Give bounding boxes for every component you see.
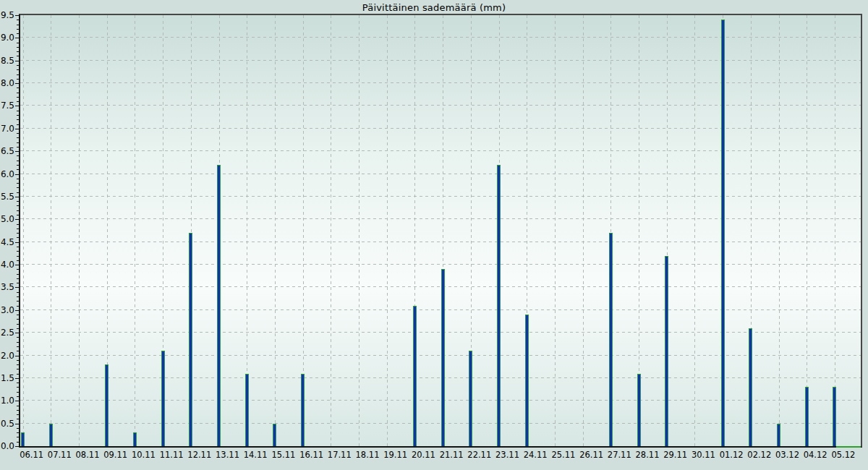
bar [413,306,417,446]
y-tick-label: 6.5 [0,146,14,156]
y-major-tick [15,129,19,129]
y-minor-tick [17,101,19,102]
y-minor-tick [17,337,19,338]
x-tick-label: 30.11 [692,450,715,460]
x-tick-label: 16.11 [299,450,323,460]
y-minor-tick [17,20,19,20]
y-minor-tick [17,342,19,343]
y-major-tick [15,83,19,84]
y-major-tick [15,378,19,379]
y-major-tick [15,174,19,175]
x-tick-label: 27.11 [608,450,631,460]
bar [469,351,472,446]
y-minor-tick [17,274,19,275]
y-minor-tick [17,396,19,397]
x-tick-label: 05.12 [831,450,855,460]
bar [161,351,165,446]
y-minor-tick [17,360,19,361]
y-minor-tick [17,79,19,80]
y-major-tick [15,356,19,356]
y-major-tick [15,106,19,106]
bar [133,432,137,446]
y-minor-tick [17,315,19,315]
x-tick-label: 26.11 [579,450,603,460]
y-tick-label: 4.5 [0,237,14,247]
y-minor-tick [17,251,19,252]
y-major-tick [15,197,19,197]
bar [189,233,192,446]
y-minor-tick [17,306,19,307]
y-minor-tick [17,374,19,375]
bar [441,269,445,446]
x-tick-label: 09.11 [103,450,127,460]
y-minor-tick [17,346,19,347]
y-minor-tick [17,97,19,98]
x-tick-label: 20.11 [412,450,435,460]
y-minor-tick [17,111,19,111]
y-minor-tick [17,29,19,30]
x-tick-label: 11.11 [160,450,184,460]
x-tick-label: 07.11 [48,450,72,460]
y-tick-label: 8.0 [0,78,14,88]
plot-area [19,14,862,448]
y-tick-label: 9.0 [0,33,14,43]
x-tick-label: 02.12 [747,450,771,460]
y-minor-tick [17,233,19,234]
y-minor-tick [17,47,19,48]
y-major-tick [15,38,19,38]
y-tick-label: 2.5 [0,328,14,338]
y-minor-tick [17,87,19,88]
y-minor-tick [17,319,19,320]
bar [525,315,529,446]
y-minor-tick [17,432,19,433]
y-major-tick [15,151,19,152]
y-minor-tick [17,147,19,148]
x-tick-label: 08.11 [76,450,100,460]
x-tick-label: 10.11 [132,450,156,460]
y-minor-tick [17,161,19,161]
x-tick-label: 22.11 [467,450,491,460]
y-minor-tick [17,324,19,325]
y-minor-tick [17,269,19,270]
bar [497,165,501,446]
y-tick-label: 0.0 [0,441,14,451]
y-minor-tick [17,351,19,351]
y-minor-tick [17,165,19,166]
x-tick-label: 23.11 [495,450,519,460]
bars-layer [20,15,861,446]
x-tick-label: 03.12 [775,450,799,460]
y-major-tick [15,424,19,424]
bar [637,374,641,446]
y-minor-tick [17,43,19,43]
y-minor-tick [17,119,19,120]
y-tick-label: 7.0 [0,124,14,134]
x-tick-label: 12.11 [187,450,211,460]
y-minor-tick [17,210,19,211]
y-minor-tick [17,74,19,75]
y-tick-label: 7.5 [0,101,14,111]
y-minor-tick [17,201,19,202]
y-minor-tick [17,296,19,297]
y-minor-tick [17,155,19,156]
y-tick-label: 9.5 [0,10,14,20]
y-major-tick [15,446,19,447]
y-minor-tick [17,137,19,138]
bar [217,165,221,446]
y-major-tick [15,265,19,265]
x-tick-label: 28.11 [636,450,660,460]
y-minor-tick [17,133,19,134]
y-minor-tick [17,33,19,34]
y-minor-tick [17,406,19,406]
y-minor-tick [17,56,19,56]
y-tick-label: 5.0 [0,214,14,224]
x-tick-label: 17.11 [328,450,352,460]
y-minor-tick [17,283,19,283]
y-minor-tick [17,169,19,170]
y-minor-tick [17,224,19,225]
y-tick-label: 1.5 [0,373,14,383]
x-tick-label: 14.11 [244,450,268,460]
y-major-tick [15,333,19,333]
bar [609,233,613,446]
y-tick-label: 3.0 [0,305,14,315]
y-minor-tick [17,187,19,188]
